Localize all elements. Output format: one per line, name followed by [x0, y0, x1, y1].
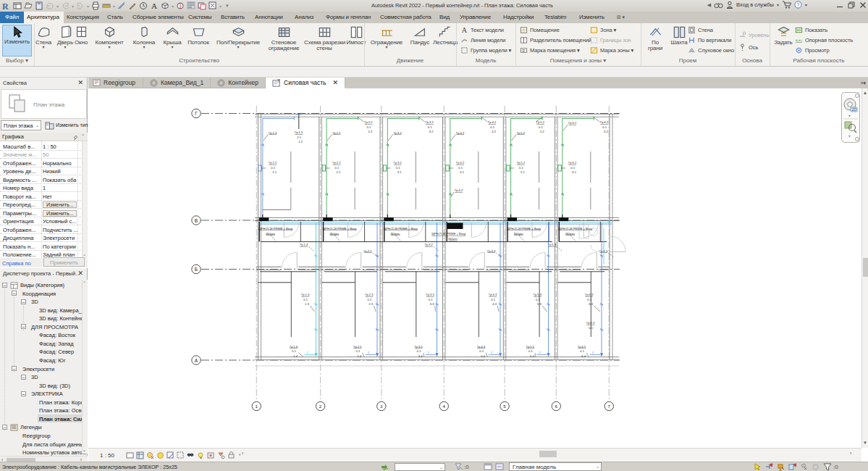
svg-text:0.1: 0.1 — [491, 298, 495, 301]
svg-text:1: 1 — [256, 404, 258, 409]
svg-text:Гр.2.5: Гр.2.5 — [354, 345, 363, 349]
svg-text:Гр.2.2: Гр.2.2 — [333, 131, 342, 135]
svg-text:Гр.4.2: Гр.4.2 — [456, 131, 465, 135]
svg-text:0.1: 0.1 — [417, 349, 421, 353]
svg-text:Гр.6.3: Гр.6.3 — [586, 321, 595, 325]
svg-text:0.1: 0.1 — [303, 298, 308, 301]
svg-text:0.1: 0.1 — [396, 166, 400, 170]
svg-text:7: 7 — [608, 404, 611, 409]
svg-text:2.2: 2.2 — [368, 130, 373, 133]
svg-text:Гр.6.3: Гр.6.3 — [585, 293, 594, 296]
svg-text:5.2: 5.2 — [540, 130, 544, 133]
svg-text:4.4: 4.4 — [481, 354, 485, 358]
svg-text:0.1: 0.1 — [367, 125, 371, 129]
svg-text:0.1: 0.1 — [428, 125, 432, 129]
svg-text:ЩРН-П-18 PRIME + Вход: ЩРН-П-18 PRIME + Вход — [507, 227, 541, 230]
svg-text:А: А — [195, 358, 198, 363]
svg-text:6.1: 6.1 — [572, 170, 576, 174]
svg-text:5.3: 5.3 — [537, 302, 542, 306]
svg-text:Гр.3.2: Гр.3.2 — [394, 161, 403, 164]
svg-text:5: 5 — [503, 404, 506, 409]
svg-text:Гр.4.2: Гр.4.2 — [488, 120, 497, 124]
svg-text:1.2: 1.2 — [298, 140, 303, 143]
svg-text:2D: 2D — [852, 107, 857, 112]
svg-text:2: 2 — [428, 351, 430, 354]
svg-text:2: 2 — [368, 351, 370, 354]
svg-text:В: В — [195, 218, 198, 223]
svg-text:Гр.4.2: Гр.4.2 — [456, 161, 465, 164]
svg-text:0.1: 0.1 — [368, 298, 372, 301]
svg-text:Г: Г — [195, 111, 198, 116]
svg-text:ЩРН-П-18 PRIME + Вход: ЩРН-П-18 PRIME + Вход — [431, 232, 465, 236]
svg-text:4.3: 4.3 — [492, 302, 497, 306]
svg-text:0.1: 0.1 — [536, 298, 540, 301]
svg-text:Б: Б — [195, 267, 198, 272]
svg-text:Гр.6.5: Гр.6.5 — [578, 345, 586, 349]
svg-text:2.4: 2.4 — [358, 354, 362, 358]
svg-text:6: 6 — [555, 404, 558, 409]
svg-text:4.2: 4.2 — [492, 130, 496, 133]
svg-text:0.1: 0.1 — [429, 298, 433, 301]
svg-text:Гр.5.2: Гр.5.2 — [517, 161, 526, 164]
svg-text:0.1: 0.1 — [602, 125, 607, 129]
svg-text:2: 2 — [307, 351, 309, 354]
svg-text:Щброн: Щброн — [448, 237, 458, 241]
svg-text:5.4: 5.4 — [530, 354, 534, 358]
svg-text:Гр.6.2: Гр.6.2 — [600, 120, 609, 124]
svg-text:6.4: 6.4 — [581, 354, 586, 358]
svg-text:2.1: 2.1 — [337, 170, 341, 174]
svg-text:Гр.4.4: Гр.4.4 — [477, 345, 486, 349]
svg-text:R: R — [2, 1, 9, 11]
svg-text:3.4: 3.4 — [418, 354, 423, 358]
svg-text:0.1: 0.1 — [356, 349, 361, 353]
svg-text:0.1: 0.1 — [528, 349, 533, 353]
svg-text:2: 2 — [491, 351, 493, 354]
svg-text:3.2: 3.2 — [429, 130, 434, 133]
svg-text:ЩРН-П-18 PRIME + Вход: ЩРН-П-18 PRIME + Вход — [258, 227, 292, 230]
svg-text:2.3: 2.3 — [369, 302, 374, 306]
svg-text:Гр.6.2: Гр.6.2 — [568, 161, 577, 164]
svg-text:3: 3 — [380, 404, 383, 409]
svg-text:3.3: 3.3 — [430, 302, 434, 306]
svg-text:Гр.1.3: Гр.1.3 — [269, 131, 277, 135]
svg-text:1.3: 1.3 — [305, 302, 309, 306]
svg-text:0.1: 0.1 — [589, 326, 593, 330]
svg-text:2: 2 — [592, 351, 594, 354]
svg-text:0.1: 0.1 — [570, 166, 575, 170]
svg-text:Гр.3.2: Гр.3.2 — [426, 120, 434, 124]
svg-text:4.1: 4.1 — [460, 170, 464, 174]
svg-text:Гр.2.2: Гр.2.2 — [365, 120, 374, 124]
svg-text:Гр.1.5: Гр.1.5 — [295, 130, 303, 134]
svg-text:0.1: 0.1 — [587, 298, 591, 301]
svg-text:5.1: 5.1 — [521, 170, 525, 174]
svg-text:Гр.4.3: Гр.4.3 — [489, 293, 497, 296]
svg-text:Щброн: Щброн — [391, 232, 400, 236]
svg-text:6.3: 6.3 — [589, 302, 593, 306]
svg-text:Гр.5.3: Гр.5.3 — [534, 293, 542, 296]
svg-text:Гр.3.5: Гр.3.5 — [415, 345, 424, 349]
svg-text:Щброн: Щброн — [514, 232, 523, 236]
svg-text:Гр.1.6: Гр.1.6 — [290, 345, 298, 349]
svg-text:A: A — [462, 26, 468, 34]
svg-text:Гр.3.2: Гр.3.2 — [394, 131, 403, 135]
svg-text:0.1: 0.1 — [539, 125, 543, 129]
svg-text:Гр.4.2: Гр.4.2 — [455, 188, 463, 192]
svg-text:Гр.5.2: Гр.5.2 — [517, 131, 526, 135]
svg-text:Гр.3.3: Гр.3.3 — [426, 293, 435, 296]
svg-text:Гр.2.2: Гр.2.2 — [333, 161, 342, 164]
svg-text:Гр.5.2: Гр.5.2 — [536, 120, 545, 124]
svg-text:ЩРН-П-18 PRIME + Вход: ЩРН-П-18 PRIME + Вход — [558, 227, 592, 230]
svg-text:1.4: 1.4 — [293, 354, 298, 358]
svg-text:Щброн: Щброн — [565, 232, 575, 236]
svg-text:Гр.1.4: Гр.1.4 — [301, 293, 310, 296]
svg-text:?: ? — [796, 1, 799, 8]
svg-text:Гр.1.5: Гр.1.5 — [269, 161, 277, 164]
svg-text:Гр.5.3: Гр.5.3 — [548, 243, 557, 246]
svg-text:Гр.5.5: Гр.5.5 — [526, 345, 535, 349]
svg-text:A: A — [151, 1, 157, 10]
svg-text:Щброн: Щброн — [266, 232, 275, 236]
svg-text:0.1: 0.1 — [271, 166, 275, 170]
svg-text:ЩРН-П-18 PRIME + Вход: ЩРН-П-18 PRIME + Вход — [323, 227, 357, 230]
svg-text:2.1: 2.1 — [297, 136, 301, 139]
svg-text:1.1: 1.1 — [272, 170, 277, 174]
